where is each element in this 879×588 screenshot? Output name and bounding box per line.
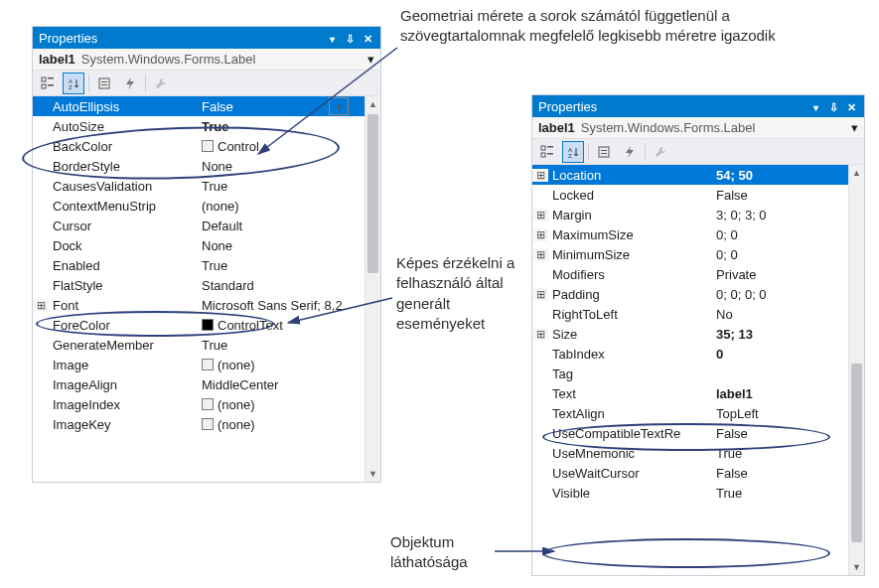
property-row[interactable]: BackColorControl [33,136,365,156]
property-value[interactable]: 0; 0 [712,247,848,262]
property-value[interactable]: MiddleCenter [198,377,365,392]
property-row[interactable]: ContextMenuStrip(none) [33,196,365,216]
scrollbar[interactable]: ▲ ▼ [365,96,380,482]
autohide-icon[interactable] [343,31,357,46]
scrollbar[interactable]: ▲ ▼ [848,165,864,575]
property-value[interactable]: 3; 0; 3; 0 [712,208,848,222]
object-selector[interactable]: label1 System.Windows.Forms.Label ▾ [33,49,380,71]
property-row[interactable]: ForeColorControlText [33,315,365,335]
window-position-icon[interactable] [325,31,339,46]
property-value[interactable]: (none) [198,199,365,214]
property-row[interactable]: Image(none) [33,355,365,374]
property-value[interactable]: Microsoft Sans Serif; 8,2 [198,298,365,313]
property-row[interactable]: ⊞Location54; 50 [532,165,848,185]
property-value[interactable]: 0 [712,347,848,362]
scroll-down-icon[interactable]: ▼ [849,559,864,575]
property-row[interactable]: UseWaitCursorFalse [532,463,848,483]
property-row[interactable]: ModifiersPrivate [532,264,848,284]
property-row[interactable]: ImageKey(none) [33,414,365,434]
categorized-icon[interactable] [536,141,558,163]
scroll-down-icon[interactable]: ▼ [366,466,380,482]
property-row[interactable]: Tag [532,364,848,383]
expand-icon[interactable]: ⊞ [532,169,548,182]
property-value[interactable]: 0; 0 [712,227,848,242]
chevron-down-icon[interactable]: ▾ [367,52,374,67]
expand-icon[interactable]: ⊞ [532,288,548,301]
property-row[interactable]: RightToLeftNo [532,304,848,324]
property-row[interactable]: ⊞MaximumSize0; 0 [532,224,848,244]
property-value[interactable]: 54; 50 [712,168,848,183]
value-dropdown-icon[interactable]: ▾ [329,97,349,115]
object-selector[interactable]: label1 System.Windows.Forms.Label ▾ [532,117,864,139]
property-row[interactable]: ImageIndex(none) [33,394,365,414]
chevron-down-icon[interactable]: ▾ [851,120,858,135]
property-value[interactable]: (none) [198,417,365,432]
property-value[interactable]: None [198,238,365,253]
property-row[interactable]: ⊞Size35; 13 [532,324,848,344]
scroll-up-icon[interactable]: ▲ [849,165,864,181]
property-row[interactable]: GenerateMemberTrue [33,335,365,355]
property-value[interactable]: (none) [198,358,365,372]
property-value[interactable]: TopLeft [712,406,848,421]
property-row[interactable]: ⊞FontMicrosoft Sans Serif; 8,2 [33,295,365,315]
property-row[interactable]: UseCompatibleTextReFalse [532,423,848,443]
property-row[interactable]: LockedFalse [532,185,848,205]
scroll-thumb[interactable] [851,364,862,542]
properties-page-icon[interactable] [593,141,615,163]
property-value[interactable]: True [712,486,848,501]
events-icon[interactable] [119,73,141,94]
property-value[interactable]: True [712,446,848,461]
property-row[interactable]: TabIndex0 [532,344,848,364]
scroll-up-icon[interactable]: ▲ [366,96,380,112]
property-value[interactable]: True [198,338,365,353]
property-row[interactable]: ⊞Padding0; 0; 0; 0 [532,284,848,304]
autohide-icon[interactable] [826,99,840,114]
property-row[interactable]: DockNone [33,235,365,255]
property-row[interactable]: ImageAlignMiddleCenter [33,374,365,394]
events-icon[interactable] [619,141,641,163]
categorized-icon[interactable] [37,73,59,94]
property-value[interactable]: Standard [198,278,365,293]
property-row[interactable]: EnabledTrue [33,255,365,275]
property-value[interactable]: False [712,466,848,481]
close-icon[interactable] [844,99,858,114]
property-value[interactable]: True [198,179,365,194]
close-icon[interactable] [361,31,374,46]
property-row[interactable]: AutoSizeTrue [33,116,365,136]
property-value[interactable]: None [198,159,365,174]
property-value[interactable]: True [198,258,365,273]
property-row[interactable]: ⊞Margin3; 0; 3; 0 [532,205,848,224]
alphabetical-icon[interactable]: AZ [63,73,84,94]
window-position-icon[interactable] [808,99,822,114]
expand-icon[interactable]: ⊞ [532,228,548,241]
property-value[interactable]: False [712,188,848,203]
property-value[interactable]: False [198,99,329,114]
property-row[interactable]: TextAlignTopLeft [532,403,848,423]
property-row[interactable]: Textlabel1 [532,383,848,403]
property-row[interactable]: CursorDefault [33,216,365,235]
property-value[interactable]: No [712,307,848,322]
properties-page-icon[interactable] [93,73,115,94]
property-value[interactable]: label1 [712,386,848,401]
alphabetical-icon[interactable]: AZ [562,141,584,163]
property-row[interactable]: FlatStyleStandard [33,275,365,295]
expand-icon[interactable]: ⊞ [532,328,548,341]
property-row[interactable]: VisibleTrue [532,483,848,503]
expand-icon[interactable]: ⊞ [532,248,548,261]
property-row[interactable]: BorderStyleNone [33,156,365,176]
property-value[interactable]: 35; 13 [712,327,848,342]
expand-icon[interactable]: ⊞ [33,299,49,312]
property-row[interactable]: CausesValidationTrue [33,176,365,196]
property-value[interactable]: Private [712,267,848,282]
scroll-thumb[interactable] [367,114,378,273]
property-value[interactable]: False [712,426,848,441]
expand-icon[interactable]: ⊞ [532,209,548,221]
property-value[interactable]: Control [198,139,365,154]
property-value[interactable]: Default [198,219,365,233]
property-value[interactable]: True [198,119,365,134]
property-value[interactable]: (none) [198,397,365,412]
property-row[interactable]: AutoEllipsisFalse▾ [33,96,365,116]
property-row[interactable]: ⊞MinimumSize0; 0 [532,244,848,264]
property-row[interactable]: UseMnemonicTrue [532,443,848,463]
property-value[interactable]: ControlText [198,318,365,333]
